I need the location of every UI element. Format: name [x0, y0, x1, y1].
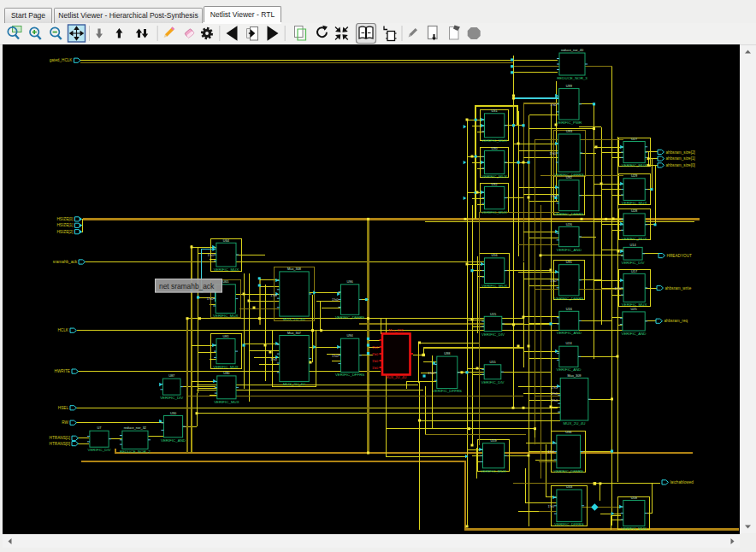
svg-text:U30: U30: [170, 411, 177, 415]
svg-text:HSIZE[1]: HSIZE[1]: [56, 223, 73, 227]
svg-text:RW: RW: [62, 420, 68, 425]
svg-text:1'b0: 1'b0: [372, 367, 378, 370]
svg-text:HSIZE[0]: HSIZE[0]: [56, 217, 73, 221]
svg-text:ahbsram_size[1]: ahbsram_size[1]: [666, 156, 695, 161]
svg-text:VERIFIC_MUX: VERIFIC_MUX: [481, 210, 507, 214]
svg-text:VERIFIC_MUX: VERIFIC_MUX: [622, 163, 647, 167]
svg-text:VERIFIC_DIV: VERIFIC_DIV: [621, 261, 644, 265]
svg-text:U30: U30: [492, 146, 499, 150]
svg-text:1'h0: 1'h0: [552, 398, 558, 402]
svg-text:VERIFIC_DFFRS: VERIFIC_DFFRS: [554, 469, 583, 473]
svg-text:HWRITE: HWRITE: [55, 369, 71, 373]
svg-text:U7: U7: [97, 426, 102, 430]
svg-text:ahbsram_size[2]: ahbsram_size[2]: [666, 150, 695, 155]
svg-text:1'h0: 1'h0: [547, 504, 554, 508]
svg-text:HSIZE[2]: HSIZE[2]: [56, 230, 73, 234]
svg-text:U81: U81: [222, 334, 228, 338]
svg-text:VERIFIC_MUX: VERIFIC_MUX: [481, 138, 507, 143]
svg-text:U17: U17: [631, 269, 637, 273]
svg-text:MUX_2U_4U: MUX_2U_4U: [283, 382, 305, 386]
svg-text:1'h0: 1'h0: [207, 253, 214, 257]
svg-text:U92: U92: [566, 175, 572, 179]
svg-text:VERIFIC_MUX: VERIFIC_MUX: [481, 469, 506, 473]
svg-text:reduce_nor_32: reduce_nor_32: [124, 426, 146, 430]
svg-text:VERIFIC_AND: VERIFIC_AND: [556, 367, 581, 372]
svg-text:U27: U27: [631, 137, 637, 141]
svg-text:ahbsram_write: ahbsram_write: [665, 286, 692, 291]
svg-text:VERIFIC_DIV: VERIFIC_DIV: [481, 332, 505, 337]
svg-text:VERIFIC_AND: VERIFIC_AND: [621, 332, 646, 336]
svg-text:VERIFIC_DFFRS: VERIFIC_DFFRS: [554, 297, 583, 301]
svg-text:VERIFIC_DIV: VERIFIC_DIV: [481, 380, 504, 385]
svg-text:REDUCE_NOR_2: REDUCE_NOR_2: [120, 449, 151, 454]
svg-text:VERIFIC_MUX: VERIFIC_MUX: [213, 314, 239, 318]
svg-text:1'h0: 1'h0: [270, 357, 277, 361]
svg-text:1'h0: 1'h0: [428, 371, 434, 375]
svg-text:U14: U14: [629, 243, 636, 247]
svg-text:ahbsram_req: ahbsram_req: [664, 319, 688, 323]
svg-text:1'h0: 1'h0: [615, 286, 622, 291]
svg-text:VERIFIC_DFFRS: VERIFIC_DFFRS: [554, 212, 583, 216]
svg-text:VERIFIC_MUX: VERIFIC_MUX: [622, 526, 647, 531]
svg-text:U99: U99: [566, 84, 572, 88]
svg-text:HSEL: HSEL: [58, 406, 69, 410]
svg-text:HCLK: HCLK: [57, 328, 68, 332]
svg-text:latchablowed: latchablowed: [670, 480, 694, 484]
svg-text:1'h0: 1'h0: [550, 103, 557, 107]
svg-text:U24: U24: [565, 341, 572, 345]
svg-text:VERIFIC_DIV: VERIFIC_DIV: [87, 448, 110, 452]
svg-text:U64: U64: [223, 238, 230, 243]
svg-text:VERIFIC_DFFRS: VERIFIC_DFFRS: [335, 373, 364, 377]
svg-text:net sramahb_ack: net sramahb_ack: [159, 282, 215, 291]
svg-text:U98: U98: [444, 351, 450, 355]
svg-text:1'h0: 1'h0: [547, 449, 554, 454]
svg-text:U55: U55: [489, 360, 495, 364]
svg-text:U65: U65: [222, 279, 228, 284]
svg-text:1'b0: 1'b0: [372, 346, 378, 349]
svg-text:1'h0: 1'h0: [549, 151, 556, 156]
svg-text:Mux_306: Mux_306: [388, 328, 404, 332]
svg-text:U25: U25: [630, 307, 636, 311]
svg-text:VERIFIC_MUX: VERIFIC_MUX: [214, 400, 239, 404]
svg-text:U32: U32: [492, 182, 498, 186]
svg-text:U33: U33: [566, 484, 572, 489]
svg-text:MUX_2U_4U: MUX_2U_4U: [386, 375, 407, 379]
svg-text:U59: U59: [491, 438, 497, 443]
svg-text:1'h0: 1'h0: [270, 293, 277, 297]
svg-text:1'h0: 1'h0: [552, 391, 558, 396]
svg-text:VERIFIC_MUX: VERIFIC_MUX: [622, 201, 647, 205]
svg-text:U16: U16: [566, 307, 572, 311]
svg-text:U80: U80: [223, 371, 230, 375]
svg-text:U96: U96: [347, 279, 353, 284]
svg-text:MUX_2U_4U: MUX_2U_4U: [564, 421, 586, 426]
svg-text:VERIFIC_DFFRS: VERIFIC_DFFRS: [554, 522, 583, 526]
svg-text:VERIFIC_PWR: VERIFIC_PWR: [556, 120, 582, 125]
svg-text:VERIFIC_DFFRS: VERIFIC_DFFRS: [433, 389, 462, 393]
svg-text:Mux_307: Mux_307: [287, 331, 301, 335]
svg-text:U34: U34: [565, 430, 572, 434]
svg-text:U29: U29: [631, 173, 637, 178]
svg-text:1'b0: 1'b0: [372, 353, 378, 356]
svg-text:U15: U15: [490, 312, 496, 316]
svg-text:HTRANS[1]: HTRANS[1]: [50, 436, 70, 440]
svg-text:VERIFIC_AND: VERIFIC_AND: [557, 248, 582, 252]
svg-text:VERIFIC_AND: VERIFIC_AND: [557, 331, 582, 335]
svg-text:U87: U87: [168, 373, 174, 378]
svg-text:VERIFIC_MUX: VERIFIC_MUX: [214, 267, 239, 272]
svg-text:Mux_308: Mux_308: [287, 267, 301, 271]
svg-text:HTRANS[0]: HTRANS[0]: [50, 442, 70, 446]
svg-text:1'h0: 1'h0: [207, 297, 214, 301]
svg-text:MUX_2U_4U: MUX_2U_4U: [283, 317, 305, 321]
svg-text:U91: U91: [566, 260, 572, 264]
svg-text:sramahb_ack: sramahb_ack: [53, 260, 78, 264]
svg-text:VERIFIC_DFFRS: VERIFIC_DFFRS: [335, 315, 364, 320]
svg-text:gated_HCLK: gated_HCLK: [50, 58, 74, 62]
svg-text:ahbsram_size[0]: ahbsram_size[0]: [666, 163, 695, 167]
svg-text:U31: U31: [492, 109, 498, 113]
svg-text:1'h0: 1'h0: [332, 354, 339, 358]
svg-text:1'h0: 1'h0: [332, 297, 339, 302]
svg-text:1'b0: 1'b0: [372, 360, 378, 363]
svg-text:HREADYOUT: HREADYOUT: [667, 254, 693, 258]
svg-text:1'h0: 1'h0: [550, 279, 557, 283]
svg-text:reduce_nor_40: reduce_nor_40: [561, 48, 584, 52]
